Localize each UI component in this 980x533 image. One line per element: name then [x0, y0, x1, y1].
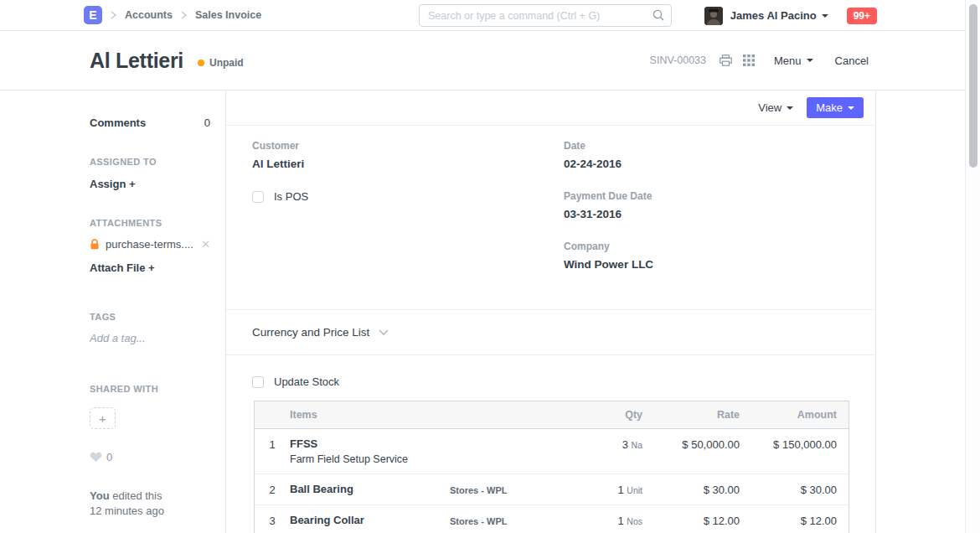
assign-button[interactable]: Assign +: [90, 178, 210, 190]
item-uom: Unit: [627, 485, 642, 495]
chevron-down-icon: [787, 106, 793, 110]
search-input[interactable]: [419, 4, 672, 27]
shared-with-heading: SHARED WITH: [90, 384, 210, 394]
scrollbar-thumb[interactable]: [969, 4, 977, 168]
activity-time: 12 minutes ago: [90, 505, 164, 517]
payment-due-date-value: 03-31-2016: [564, 208, 838, 220]
customer-label: Customer: [252, 140, 564, 152]
chevron-down-icon: [807, 59, 813, 62]
table-row[interactable]: 1 FFSS Farm Field Setup Service 3 Na $ 5…: [255, 429, 848, 474]
assigned-to-heading: ASSIGNED TO: [90, 157, 210, 167]
likes-count: 0: [106, 451, 112, 463]
activity-log: You edited this 12 minutes ago You creat…: [90, 489, 210, 533]
remove-attachment-icon[interactable]: ✕: [198, 238, 210, 251]
item-uom: Na: [632, 440, 642, 450]
customer-field: Customer Al Lettieri: [252, 140, 564, 170]
lock-icon: [90, 239, 100, 250]
global-search: [419, 4, 672, 27]
chevron-down-icon: [378, 329, 389, 336]
item-amount: $ 12.00: [740, 514, 848, 527]
attachments-heading: ATTACHMENTS: [90, 218, 210, 228]
make-button[interactable]: Make: [807, 97, 864, 118]
print-icon[interactable]: [720, 54, 732, 66]
currency-section-toggle[interactable]: Currency and Price List: [226, 310, 875, 355]
item-name: Bearing Collar: [290, 514, 450, 526]
form-column-left: Customer Al Lettieri Is POS: [252, 140, 564, 291]
date-label: Date: [564, 140, 838, 152]
item-warehouse: [450, 437, 575, 440]
form-section-main: Customer Al Lettieri Is POS Date 02-24-2…: [226, 126, 875, 310]
date-field: Date 02-24-2016: [564, 140, 838, 170]
qty-column-header: Qty: [575, 409, 642, 421]
navbar: E Accounts Sales Invoice James Al Pacino…: [0, 0, 980, 31]
company-value: Wind Power LLC: [564, 258, 838, 271]
navbar-user-area: James Al Pacino 99+: [704, 0, 877, 31]
item-name: FFSS: [290, 437, 450, 450]
table-row[interactable]: 2 Ball Bearing Stores - WPL 1 Unit $ 30.…: [255, 474, 848, 505]
row-index: 3: [255, 514, 290, 527]
update-stock-label: Update Stock: [274, 375, 339, 388]
comments-count: 0: [204, 116, 210, 129]
view-label: View: [758, 101, 781, 114]
menu-button[interactable]: Menu: [774, 54, 813, 67]
item-name: Ball Bearing: [290, 483, 450, 495]
user-menu[interactable]: James Al Pacino: [730, 9, 828, 22]
form-sidebar: Comments 0 ASSIGNED TO Assign + ATTACHME…: [0, 91, 226, 533]
search-icon: [652, 8, 665, 22]
is-pos-label: Is POS: [274, 190, 308, 203]
table-row[interactable]: 3 Bearing Collar Stores - WPL 1 Nos $ 12…: [255, 505, 848, 533]
attach-file-button[interactable]: Attach File +: [90, 261, 210, 274]
status-dot-icon: [198, 60, 204, 66]
breadcrumb-accounts[interactable]: Accounts: [125, 9, 173, 21]
item-warehouse: Stores - WPL: [450, 514, 575, 526]
item-amount: $ 150,000.00: [740, 437, 848, 451]
item-rate: $ 50,000.00: [642, 437, 740, 451]
item-qty: 3: [622, 438, 628, 451]
user-avatar[interactable]: [704, 7, 723, 25]
status-label: Unpaid: [209, 57, 244, 69]
chevron-right-icon: [180, 10, 188, 20]
like-control[interactable]: 0: [90, 451, 210, 463]
items-table: Items Qty Rate Amount 1 FFSS Farm Field …: [254, 401, 849, 533]
activity-action: edited this: [110, 489, 162, 502]
row-index: 2: [255, 483, 290, 496]
item-qty: 1: [617, 484, 623, 496]
update-stock-field: Update Stock: [226, 355, 875, 388]
comments-label: Comments: [90, 116, 146, 129]
view-button[interactable]: View: [758, 101, 793, 114]
page-scrollbar: [965, 0, 980, 533]
cancel-button[interactable]: Cancel: [835, 54, 869, 67]
activity-item: You edited this 12 minutes ago: [90, 489, 210, 518]
add-share-button[interactable]: +: [90, 407, 116, 429]
items-column-header: Items: [290, 409, 450, 421]
grid-view-icon[interactable]: [742, 54, 756, 67]
menu-label: Menu: [774, 54, 802, 67]
attachment-row: purchase-terms.... ✕: [90, 238, 210, 251]
form-toolbar: View Make: [226, 91, 875, 126]
app-logo[interactable]: E: [84, 6, 102, 24]
item-warehouse: Stores - WPL: [450, 483, 575, 495]
form-body: View Make Customer Al Lettieri Is POS Da…: [226, 91, 876, 533]
add-tag-input[interactable]: [90, 332, 199, 344]
heart-icon: [90, 452, 102, 463]
company-label: Company: [564, 241, 838, 252]
breadcrumb-sales-invoice[interactable]: Sales Invoice: [195, 9, 261, 21]
document-id: SINV-00033: [650, 54, 706, 66]
item-amount: $ 30.00: [740, 483, 848, 496]
chevron-down-icon: [848, 106, 854, 110]
currency-section-label: Currency and Price List: [252, 326, 369, 339]
item-qty: 1: [617, 515, 623, 527]
is-pos-checkbox[interactable]: [252, 191, 264, 203]
item-description: Farm Field Setup Service: [290, 453, 450, 465]
item-rate: $ 30.00: [642, 483, 740, 496]
payment-due-date-label: Payment Due Date: [564, 190, 838, 202]
chevron-right-icon: [110, 10, 117, 20]
update-stock-checkbox[interactable]: [252, 376, 264, 388]
notifications-badge[interactable]: 99+: [847, 8, 877, 24]
item-uom: Nos: [627, 516, 642, 526]
customer-value: Al Lettieri: [252, 158, 564, 170]
item-rate: $ 12.00: [642, 514, 740, 527]
make-label: Make: [816, 101, 843, 114]
attachment-link[interactable]: purchase-terms....: [106, 238, 198, 251]
comments-link[interactable]: Comments 0: [90, 116, 210, 129]
